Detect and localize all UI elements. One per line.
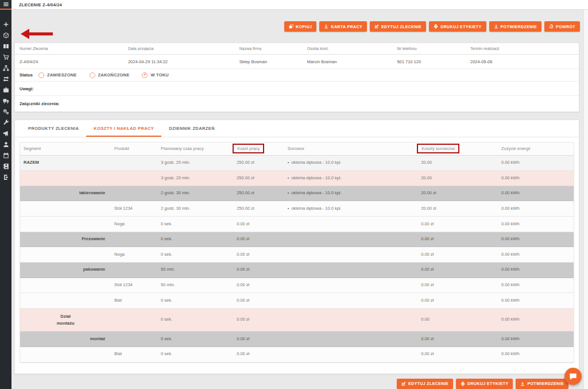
cell-koszty-surowcow: 0.00 xyxy=(417,308,498,332)
cell-koszt-pracy: 0.00 zł xyxy=(233,262,284,278)
cell-surowce: •okleina dębowa - 10.0 kpl. xyxy=(284,155,417,171)
karta-pracy-button[interactable]: KARTA PRACY xyxy=(319,21,367,32)
tab-produkty-zlecenia[interactable]: PRODUKTY ZLECENIA xyxy=(21,120,86,137)
order-info-values: Z-4/04/242024-04-29 11:34:22Sklep Bosman… xyxy=(15,55,579,69)
cell-czas: 0 sek. xyxy=(157,217,233,232)
tab-bar: PRODUKTY ZLECENIAKOSZTY I NAKŁAD PRACYDZ… xyxy=(15,120,579,137)
sign-out-icon[interactable] xyxy=(0,172,11,183)
field-label-osoba-kont: Osoba kont. xyxy=(307,47,397,51)
cell-segment xyxy=(20,171,111,186)
cart-icon[interactable] xyxy=(0,52,11,63)
field-label-nr-telefonu: Nr telefonu xyxy=(397,47,470,51)
cell-koszt-pracy: 0.00 zł xyxy=(233,217,284,232)
cell-energia: 0.00 kWh xyxy=(498,201,574,217)
truck-icon[interactable] xyxy=(0,95,11,106)
status-option-zako-czone[interactable]: ZAKOŃCZONE xyxy=(90,72,130,78)
cell-produkt: Stół 1234 xyxy=(111,201,157,217)
cell-produkt: Stół 1234 xyxy=(111,278,157,293)
cell-energia: 0.00 kWh xyxy=(498,171,574,186)
cell-koszt-pracy: 0.00 zł xyxy=(233,308,284,332)
columns-icon[interactable] xyxy=(0,41,11,52)
cell-segment: lakierowanie xyxy=(20,186,111,201)
cell-czas: 3 godz. 20 min. xyxy=(157,155,233,171)
status-option-label: W TOKU xyxy=(150,72,168,78)
potwierdzenie-button[interactable]: POTWIERDZENIE xyxy=(489,21,542,32)
tab-dziennik-zdarze[interactable]: DZIENNIK ZDARZEŃ xyxy=(161,120,222,137)
tab-koszty-i-nak-ad-pracy[interactable]: KOSZTY I NAKŁAD PRACY xyxy=(86,120,161,137)
cell-segment: RAZEM xyxy=(20,155,111,171)
cell-segment xyxy=(20,247,111,263)
briefcase-icon[interactable] xyxy=(0,84,11,95)
cell-surowce: •okleina dębowa - 10.0 kpl. xyxy=(284,201,417,217)
button-label: DRUKUJ ETYKIETY xyxy=(467,382,508,386)
potwierdzenie-button[interactable]: POTWIERDZENIE xyxy=(516,379,568,389)
table-row: Frezowanie0 sek.0.00 zł0.00 zł0.00 kWh xyxy=(20,232,574,247)
kopiuj-button[interactable]: KOPIUJ xyxy=(284,21,316,32)
cell-produkt xyxy=(111,332,157,347)
address-book-icon[interactable] xyxy=(0,161,11,172)
cell-energia: 0.00 kWh xyxy=(498,232,574,247)
calendar-icon[interactable] xyxy=(0,150,11,161)
cell-surowce xyxy=(284,346,417,362)
cell-segment: Dział montażu xyxy=(20,308,111,332)
attachments-row: Załączniki zlecenia: xyxy=(15,96,579,111)
field-value-osoba-kont: Marcin Bosman xyxy=(307,59,397,64)
cell-koszt-pracy: 0.00 zł xyxy=(233,232,284,247)
cell-energia: 0.00 kWh xyxy=(498,186,574,201)
status-options: ZAWIESZONEZAKOŃCZONEW TOKU xyxy=(38,72,181,78)
column-header-planowany-czas-pracy: Planowany czas pracy xyxy=(157,142,233,155)
field-label-numer-zlecenia: Numer Zlecenia xyxy=(20,47,128,51)
megaphone-icon[interactable] xyxy=(0,128,11,139)
radio-unchecked-icon[interactable] xyxy=(38,72,44,78)
status-option-w-toku[interactable]: W TOKU xyxy=(142,72,168,78)
menu-icon[interactable] xyxy=(0,0,11,10)
chat-button[interactable] xyxy=(564,368,582,385)
cell-koszty-surowcow: 0.00 zł xyxy=(417,278,498,293)
wrench-icon[interactable] xyxy=(0,117,11,128)
cogs-icon[interactable] xyxy=(0,106,11,117)
cell-czas: 50 min. xyxy=(157,278,233,293)
powr-t-button[interactable]: POWRÓT xyxy=(544,21,580,32)
order-info-labels: Numer ZleceniaData przyjęciaNazwa firmyO… xyxy=(15,43,579,55)
cube-icon[interactable] xyxy=(0,30,11,41)
download-icon xyxy=(520,382,525,386)
cell-segment xyxy=(20,201,111,217)
cell-produkt: Blat xyxy=(111,346,157,362)
cell-energia: 0.00 kWh xyxy=(498,278,574,293)
cell-segment xyxy=(20,217,111,232)
radio-checked-icon[interactable] xyxy=(142,72,148,78)
cell-koszty-surowcow: 20.00 zł xyxy=(417,186,498,201)
cell-produkt xyxy=(111,155,157,171)
radio-unchecked-icon[interactable] xyxy=(90,72,95,78)
table-row: Blat0 sek.0.00 zł0.00 zł0.00 kWh xyxy=(20,293,574,309)
cell-surowce xyxy=(284,247,417,263)
edytuj-zlecenie-button[interactable]: EDYTUJ ZLECENIE xyxy=(370,21,426,32)
back-icon xyxy=(549,24,554,29)
cell-surowce xyxy=(284,332,417,347)
cell-czas: 0 sek. xyxy=(157,308,233,332)
cell-surowce: •okleina dębowa - 10.0 kpl. xyxy=(284,186,417,201)
column-header-produkt: Produkt xyxy=(111,142,157,155)
column-header-zu-ycie-energii: Zużycie energii xyxy=(498,142,574,155)
edit-icon xyxy=(374,24,379,29)
cell-produkt: Blat xyxy=(111,293,157,309)
button-label: EDYTUJ ZLECENIE xyxy=(408,382,448,386)
status-option-zawieszone[interactable]: ZAWIESZONE xyxy=(38,72,77,78)
sitemap-icon[interactable] xyxy=(0,63,11,74)
cell-energia: 0.00 kWh xyxy=(498,155,574,171)
cell-surowce: •okleina dębowa - 10.0 kpl. xyxy=(284,171,417,186)
drukuj-etykiety-button[interactable]: DRUKUJ ETYKIETY xyxy=(429,21,486,32)
cell-segment: Frezowanie xyxy=(20,232,111,247)
drukuj-etykiety-button[interactable]: DRUKUJ ETYKIETY xyxy=(456,379,513,389)
scrollbar[interactable] xyxy=(583,10,588,389)
edytuj-zlecenie-button[interactable]: EDYTUJ ZLECENIE xyxy=(397,379,453,389)
exchange-icon[interactable] xyxy=(0,74,11,84)
bullet-icon: • xyxy=(288,160,289,165)
cell-produkt xyxy=(111,186,157,201)
cell-produkt: Noga xyxy=(111,247,157,263)
button-label: POWRÓT xyxy=(556,25,575,29)
button-label: KARTA PRACY xyxy=(331,25,362,29)
user-icon[interactable] xyxy=(0,139,11,150)
plus-icon[interactable] xyxy=(0,19,11,30)
cell-koszt-pracy: 250.00 zł xyxy=(233,186,284,201)
